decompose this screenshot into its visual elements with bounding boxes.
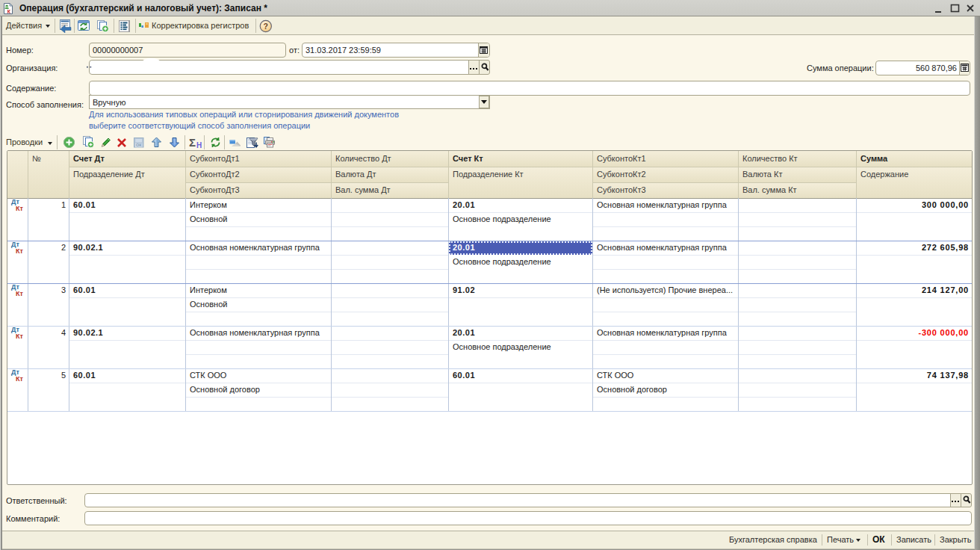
svg-text:?: ? — [264, 22, 268, 31]
svg-text:ОК: ОК — [136, 143, 142, 147]
